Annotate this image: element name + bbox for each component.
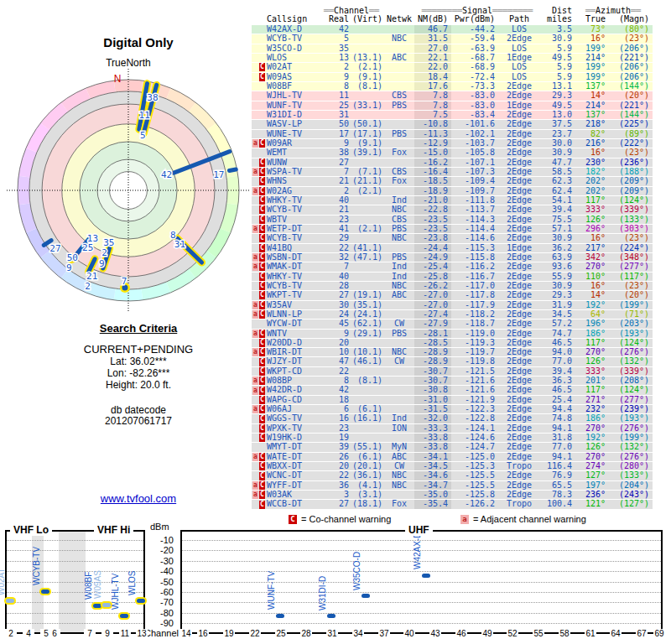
warning-marks xyxy=(252,130,265,138)
distance-cell: 62.3 xyxy=(540,177,575,185)
callsign-cell: W03AK xyxy=(265,491,319,499)
warning-marks: C xyxy=(252,500,265,508)
channel-tick-label: 14 xyxy=(180,629,192,638)
table-row: CWHKY-TV40Ind-25.8-116.72Edge55.9110°(11… xyxy=(252,273,653,282)
path-cell: 2Edge xyxy=(498,405,540,413)
noise-margin-cell: -32.0 xyxy=(414,414,451,423)
power-cell: -115.3 xyxy=(451,244,498,252)
warning-marks: aC xyxy=(252,225,265,233)
signal-marker-callsign: W08BF xyxy=(85,572,93,600)
azimuth-magn-cell: (188°) xyxy=(607,168,651,176)
dbm-gridline xyxy=(182,613,661,614)
network-cell xyxy=(384,120,414,128)
warning-marks: C xyxy=(252,462,265,470)
tvfool-link[interactable]: www.tvfool.com xyxy=(101,492,176,505)
noise-margin-cell: -11.3 xyxy=(414,130,451,138)
real-channel-cell: 10 xyxy=(319,348,351,356)
channel-tick-label: 37 xyxy=(378,629,390,638)
distance-cell: 46.5 xyxy=(540,386,575,394)
distance-cell: 74.8 xyxy=(540,414,575,423)
signal-marker xyxy=(137,599,145,603)
network-cell: ABC xyxy=(384,54,414,62)
power-cell: -114.6 xyxy=(451,234,498,242)
real-channel-cell: 35 xyxy=(319,44,351,53)
network-cell: Ind xyxy=(384,196,414,205)
path-cell: 2Edge xyxy=(498,111,540,119)
dbm-gridline xyxy=(182,592,661,593)
real-channel-cell: 20 xyxy=(319,462,351,470)
adjacent-warning-icon: a xyxy=(252,253,258,262)
network-cell xyxy=(384,310,414,319)
path-cell: 2Edge xyxy=(498,273,540,281)
dbm-gridline xyxy=(7,592,143,593)
dbm-tick-label: -30 xyxy=(148,556,174,566)
path-cell: 2Edge xyxy=(498,82,540,91)
table-row: CWCNC-DT22(36.1)NBC-34.6-125.52Edge76.91… xyxy=(252,471,653,480)
virtual-channel-cell: (6.1) xyxy=(351,453,384,461)
azimuth-magn-cell: (144°) xyxy=(607,111,651,119)
warning-marks: aC xyxy=(252,453,265,461)
real-channel-cell: 7 xyxy=(319,168,351,176)
virtual-channel-cell xyxy=(351,196,384,205)
azimuth-magn-cell: (199°) xyxy=(607,301,651,309)
azimuth-true-cell: 16° xyxy=(575,234,607,242)
network-cell xyxy=(384,111,414,119)
virtual-channel-cell: (41.1) xyxy=(351,244,384,252)
virtual-channel-cell: (9.1) xyxy=(351,73,384,81)
azimuth-true-cell: 201° xyxy=(575,377,607,385)
real-channel-cell: 16 xyxy=(319,414,351,423)
channel-tick-label: 28 xyxy=(300,629,312,638)
signal-marker xyxy=(276,614,284,618)
power-cell: -107.3 xyxy=(451,168,498,176)
channel-tick-label: 6 xyxy=(49,629,60,638)
table-row: CWAPG-CD18-31.0-121.92Edge25.4271°(277°) xyxy=(252,396,653,405)
power-cell: -114.4 xyxy=(451,225,498,233)
path-cell: 2Edge xyxy=(498,301,540,309)
virtual-channel-cell xyxy=(351,111,384,119)
real-channel-cell: 32 xyxy=(319,253,351,262)
noise-margin-cell: -35.0 xyxy=(414,491,451,499)
azimuth-magn-cell: (236°) xyxy=(607,158,651,167)
callsign-cell: WBXX-DT xyxy=(265,462,319,470)
virtual-channel-cell: (13.1) xyxy=(351,54,384,62)
warning-marks: C xyxy=(252,367,265,376)
network-cell xyxy=(384,491,414,499)
warning-marks: aC xyxy=(252,168,265,176)
noise-margin-cell: -34.1 xyxy=(414,453,451,461)
azimuth-magn-cell: (80°) xyxy=(607,25,651,34)
warning-marks xyxy=(252,54,265,62)
adjacent-warning-icon: a xyxy=(252,139,258,148)
virtual-channel-cell xyxy=(351,386,384,394)
network-cell: NBC xyxy=(384,471,414,480)
distance-cell: 5.9 xyxy=(540,44,575,53)
network-cell xyxy=(384,44,414,53)
real-channel-cell: 2 xyxy=(319,187,351,195)
path-cell: 2Edge xyxy=(498,187,540,195)
power-cell: -126.2 xyxy=(451,500,498,508)
path-cell: 2Edge xyxy=(498,443,540,451)
power-cell: -125.0 xyxy=(451,453,498,461)
signal-table-rows: W42AX-D4246.7-44.2LOS3.573°(80°)WCYB-TV5… xyxy=(252,25,653,510)
path-cell: LOS xyxy=(498,44,540,53)
cochannel-warning-icon: C xyxy=(259,225,265,233)
band-label: VHF Lo xyxy=(10,524,52,536)
path-cell: 2Edge xyxy=(498,196,540,205)
network-cell: NBC xyxy=(384,234,414,242)
noise-margin-cell: -30.7 xyxy=(414,367,451,376)
callsign-cell: WSBN-DT xyxy=(265,253,319,262)
distance-cell: 39.4 xyxy=(540,367,575,376)
warning-marks: C xyxy=(252,234,265,242)
cochannel-warning-icon: C xyxy=(259,377,265,385)
north-label: N xyxy=(114,73,122,85)
cochannel-warning-icon: C xyxy=(259,453,265,461)
cochannel-warning-icon: C xyxy=(259,330,265,338)
callsign-cell: WHNS xyxy=(265,177,319,185)
network-cell xyxy=(384,367,414,376)
network-cell: ION xyxy=(384,424,414,433)
channel-tick-label: 61 xyxy=(585,629,596,638)
callsign-cell: W19HK-D xyxy=(265,434,319,442)
azimuth-true-cell: 117° xyxy=(575,339,607,347)
cochannel-warning-icon: C xyxy=(259,291,265,299)
azimuth-true-cell: 270° xyxy=(575,453,607,461)
real-channel-cell: 3 xyxy=(319,491,351,499)
